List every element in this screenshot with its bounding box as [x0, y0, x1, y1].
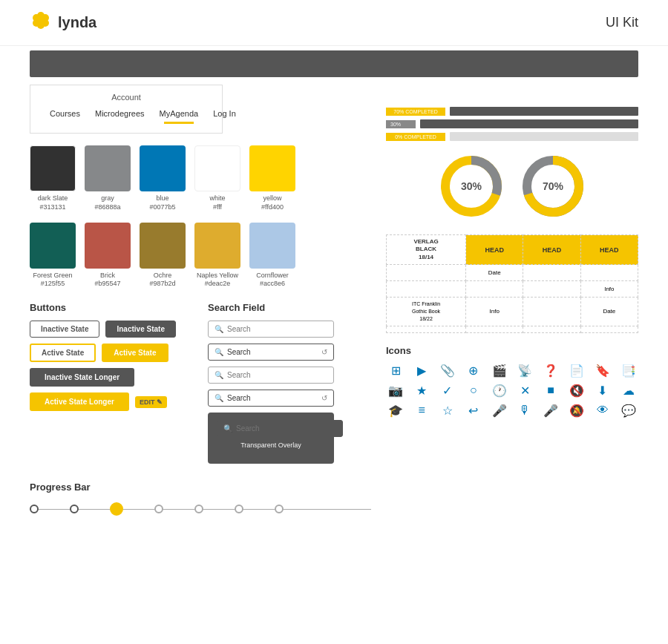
icon-close[interactable]: ✕	[515, 384, 535, 398]
icon-menu[interactable]: ≡	[412, 404, 432, 418]
search-field-2[interactable]	[227, 348, 318, 356]
table-head-3: HEAD	[580, 235, 638, 265]
svg-point-6	[37, 16, 45, 24]
overlay-label: Transparent Overlay	[217, 441, 325, 449]
search-icon-5: 🔍	[223, 424, 232, 433]
active-longer-button[interactable]: Active State Longer	[30, 392, 129, 411]
icon-mute[interactable]: 🔇	[567, 384, 587, 398]
search-input-inactive2[interactable]: 🔍	[208, 367, 334, 384]
swatch-cornflower: Cornflower #acc8e6	[249, 223, 295, 288]
icons-section: Icons ⊞ ▶ 📎 ⊕ 🎬 📡 ❓ 📄 🔖 📑 📷 ★ ✓ ○ 🕐	[386, 345, 638, 418]
progress-dot-4	[154, 505, 163, 513]
table-head-2: HEAD	[523, 235, 580, 265]
icon-cast[interactable]: 📡	[515, 364, 535, 378]
swatch-gray: gray #86888a	[85, 145, 131, 211]
icon-copy[interactable]: ⊞	[386, 364, 406, 378]
table-section: VERLAGBLACK18/14 HEAD HEAD HEAD Date	[386, 234, 638, 333]
swatch-naples-yellow: Naples Yellow #deac2e	[194, 223, 240, 288]
inactive-longer-button[interactable]: Inactive State Longer	[30, 368, 134, 387]
donut-70-label: 70%	[543, 180, 563, 192]
logo-flower-icon	[30, 9, 52, 36]
search-field-5[interactable]	[236, 424, 336, 433]
donut-70: 70%	[520, 153, 586, 220]
icon-document[interactable]: 📄	[567, 364, 587, 378]
icon-paperclip[interactable]: 📎	[438, 364, 458, 378]
pb-label-0: 0% COMPLETED	[386, 133, 445, 141]
tab-login[interactable]: Log In	[206, 106, 243, 121]
icon-eye[interactable]: 👁	[592, 404, 612, 418]
icon-mic-2[interactable]: 🎙	[515, 404, 535, 418]
progress-dot-2	[70, 505, 79, 513]
refresh-icon: ↺	[321, 348, 327, 356]
icon-checkmark[interactable]: ✓	[438, 384, 458, 398]
table-cell-info2: Info	[466, 298, 523, 326]
search-input-active2[interactable]: 🔍 ↺	[208, 390, 334, 407]
logo-area: lynda	[30, 9, 96, 36]
icon-graduation[interactable]: 🎓	[386, 404, 406, 418]
icon-circle[interactable]: ○	[463, 384, 483, 398]
search-field-title: Search Field	[208, 302, 371, 313]
inactive-state-outline-button[interactable]: Inactive State	[30, 321, 99, 338]
icon-reply[interactable]: ↩	[463, 404, 483, 418]
icon-mic-1[interactable]: 🎤	[489, 404, 509, 418]
search-input-inactive[interactable]: 🔍	[208, 321, 334, 338]
franklin-label: ITC FranklinGothic Book18/22	[387, 298, 466, 326]
account-label: Account	[42, 93, 210, 102]
icon-star-outline[interactable]: ☆	[438, 404, 458, 418]
swatch-forest-green: Forest Green #125f55	[30, 223, 76, 288]
donuts-container: 30% 70%	[386, 153, 638, 220]
nav-tabs: Courses Microdegrees MyAgenda Log In	[42, 106, 210, 121]
progress-dot-5	[194, 505, 203, 513]
inactive-state-filled-button[interactable]: Inactive State	[105, 321, 175, 338]
search-input-dark[interactable]: 🔍	[217, 420, 343, 437]
icon-square[interactable]: ■	[541, 384, 561, 398]
swatch-yellow: yellow #ffd400	[249, 145, 295, 211]
active-state-outline-button[interactable]: Active State	[30, 344, 96, 362]
donut-30-label: 30%	[461, 180, 482, 192]
swatch-ochre: Ochre #987b2d	[140, 223, 186, 288]
swatch-white: white #fff	[194, 145, 240, 211]
icon-bookmark[interactable]: 🔖	[592, 364, 612, 378]
pb-track-70	[450, 107, 638, 116]
progress-dot-6	[235, 505, 243, 513]
search-field-3[interactable]	[227, 371, 327, 379]
icon-add-circle[interactable]: ⊕	[463, 364, 483, 378]
color-swatches-row2: Forest Green #125f55 Brick #b95547 Ochre…	[30, 223, 371, 288]
icon-cloud[interactable]: ☁	[618, 384, 638, 398]
tab-myagenda[interactable]: MyAgenda	[152, 106, 206, 121]
swatch-blue: blue #0077b5	[140, 145, 186, 211]
refresh-icon-2: ↺	[321, 394, 327, 402]
search-field-4[interactable]	[227, 394, 318, 402]
progress-dot-1	[30, 505, 39, 513]
icons-title: Icons	[386, 345, 638, 356]
progress-bars-right: 70% COMPLETED 30% 0% COMPLETED	[386, 107, 638, 141]
icon-mic-mute[interactable]: 🔕	[567, 404, 587, 418]
search-input-active[interactable]: 🔍 ↺	[208, 344, 334, 361]
table-cell-info1: Info	[580, 281, 638, 298]
icon-chat[interactable]: 💬	[618, 404, 638, 418]
icon-bookmark2[interactable]: 📑	[618, 364, 638, 378]
search-icon-4: 🔍	[215, 394, 223, 402]
icon-video[interactable]: 🎬	[489, 364, 509, 378]
ui-kit-label: UI Kit	[606, 15, 638, 30]
icon-camera[interactable]: 📷	[386, 384, 406, 398]
logo-text: lynda	[58, 14, 96, 31]
active-state-filled-button[interactable]: Active State	[102, 344, 168, 362]
search-field-1[interactable]	[227, 325, 327, 333]
icon-star-filled[interactable]: ★	[412, 384, 432, 398]
pb-label-30: 30%	[386, 120, 416, 128]
search-icon-1: 🔍	[215, 325, 223, 333]
edit-button[interactable]: EDIT ✎	[135, 396, 167, 408]
icon-mic-3[interactable]: 🎤	[541, 404, 561, 418]
swatch-dark-slate: dark Slate #313131	[30, 145, 76, 211]
icon-clock[interactable]: 🕐	[489, 384, 509, 398]
icon-folder[interactable]: ▶	[412, 364, 432, 378]
header: lynda UI Kit	[0, 0, 668, 46]
tab-microdegrees[interactable]: Microdegrees	[88, 106, 152, 121]
progress-dot-3	[110, 502, 123, 516]
tab-courses[interactable]: Courses	[42, 106, 88, 121]
nav-tabs-container: Account Courses Microdegrees MyAgenda Lo…	[30, 85, 223, 134]
icon-download[interactable]: ⬇	[592, 384, 612, 398]
icon-help[interactable]: ❓	[541, 364, 561, 378]
progress-bar-section: Progress Bar	[30, 482, 371, 516]
